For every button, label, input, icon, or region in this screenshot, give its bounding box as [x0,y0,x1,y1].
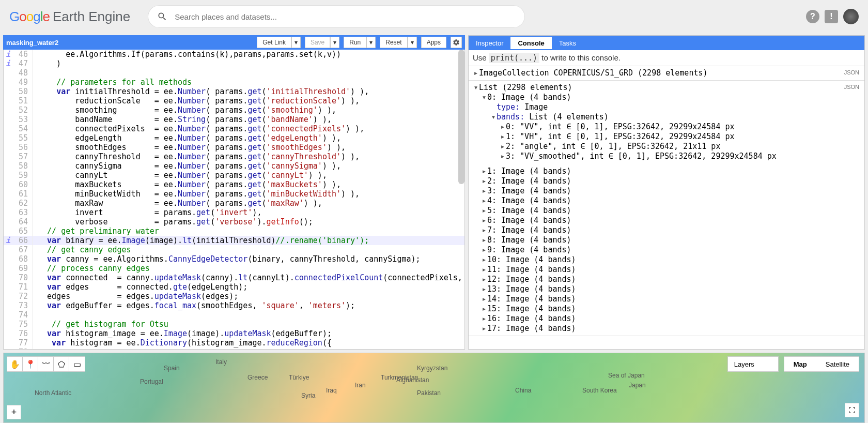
tree-image-6[interactable]: ▸6: Image (4 bands) [472,216,861,225]
marker-tool-icon[interactable]: 📍 [23,357,38,371]
code-line[interactable]: 52 smoothing = ee.Number( params.get('sm… [4,105,464,115]
avatar[interactable] [843,9,859,24]
tab-console[interactable]: Console [510,37,551,49]
console-pane: Inspector Console Tasks Use print(...) t… [468,35,865,350]
code-line[interactable]: 54 connectedPixels = ee.Number( params.g… [4,124,464,133]
tree-band-3[interactable]: ▸3: "VV_smoothed", int ∈ [0, 1], EPSG:32… [472,152,861,161]
tree-band-0[interactable]: ▸0: "VV", int ∈ [0, 1], EPSG:32642, 2929… [472,122,861,132]
tree-image-0-bands[interactable]: ▾bands: List (4 elements) [472,112,861,122]
scrollbar-thumb[interactable] [458,50,464,184]
code-line[interactable]: 53 bandName = ee.String( params.get('ban… [4,115,464,124]
code-line[interactable]: 64 verbose = params.get('verbose').getIn… [4,217,464,226]
tree-image-3[interactable]: ▸3: Image (4 bands) [472,186,861,196]
code-line[interactable]: i66 var binary = ee.Image(image).lt(init… [4,236,464,245]
code-line[interactable]: 68 var canny = ee.Algorithms.CannyEdgeDe… [4,254,464,264]
header-right: ? ! [806,9,859,24]
settings-button[interactable] [451,37,462,48]
tab-inspector[interactable]: Inspector [469,37,510,49]
code-line[interactable]: 71 var edges = connected.gte(edgeLength)… [4,282,464,292]
code-line[interactable]: 63 invert = params.get('invert'), [4,208,464,217]
get-link-button[interactable]: Get Link [257,37,291,48]
map-type-map[interactable]: Map [784,357,816,371]
code-editor[interactable]: i46 ee.Algorithms.If(params.contains(k),… [3,50,465,350]
code-line[interactable]: 62 maxRaw = ee.Number( params.get('maxRa… [4,199,464,208]
map-type-satellite[interactable]: Satellite [816,357,859,371]
code-line[interactable]: 75 // get histogram for Otsu [4,320,464,329]
code-line[interactable]: 73 var edgeBuffer = edges.focal_max(smoo… [4,301,464,310]
tree-band-1[interactable]: ▸1: "VH", int ∈ [0, 1], EPSG:32642, 2929… [472,132,861,142]
get-link-menu[interactable]: ▾ [291,37,301,48]
pan-tool-icon[interactable]: ✋ [7,357,23,371]
help-icon[interactable]: ? [806,10,819,23]
code-line[interactable]: 61 minBucketWidth = ee.Number( params.ge… [4,189,464,199]
tree-image-9[interactable]: ▸9: Image (4 bands) [472,245,861,255]
tree-image-13[interactable]: ▸13: Image (4 bands) [472,284,861,294]
code-line[interactable]: 58 cannySigma = ee.Number( params.get('c… [4,161,464,171]
code-line[interactable]: i47 ) [4,59,464,68]
json-link[interactable]: JSON [844,69,859,75]
polygon-tool-icon[interactable]: ⬠ [54,357,69,371]
code-line[interactable]: 59 cannyLt = ee.Number( params.get('cann… [4,171,464,180]
editor-toolbar: masking_water2 Get Link ▾ Save ▾ Run ▾ R… [3,35,465,50]
code-line[interactable]: 49 // parameters for all methods [4,78,464,87]
code-line[interactable]: 56 smoothEdges = ee.Number( params.get('… [4,143,464,152]
tree-image-17[interactable]: ▸17: Image (4 bands) [472,324,861,334]
code-line[interactable]: 74 [4,310,464,320]
run-menu[interactable]: ▾ [366,37,376,48]
console-entry-list[interactable]: JSON ▾List (2298 elements)▾0: Image (4 b… [469,81,864,336]
fullscreen-button[interactable] [845,403,859,417]
tree-list-header[interactable]: ▾List (2298 elements) [472,83,861,93]
save-button[interactable]: Save [305,37,330,48]
tree-image-4[interactable]: ▸4: Image (4 bands) [472,196,861,206]
code-line[interactable]: 48 [4,68,464,78]
code-line[interactable]: 67 // get canny edges [4,245,464,254]
tree-image-2[interactable]: ▸2: Image (4 bands) [472,176,861,186]
tree-image-0[interactable]: ▾0: Image (4 bands) [472,93,861,102]
tree-band-2[interactable]: ▸2: "angle", int ∈ [0, 1], EPSG:32642, 2… [472,142,861,152]
console-body[interactable]: Use print(...) to write to this console.… [469,50,864,349]
reset-button[interactable]: Reset [380,37,407,48]
tree-image-1[interactable]: ▸1: Image (4 bands) [472,167,861,176]
rectangle-tool-icon[interactable]: ▭ [69,357,85,371]
tab-tasks[interactable]: Tasks [552,37,583,49]
map[interactable]: ✋ 📍 〰 ⬠ ▭ + Layers Map Satellite SpainPo… [3,353,865,423]
map-label: Syria [301,392,315,399]
code-line[interactable]: 78 [4,348,464,350]
tree-image-11[interactable]: ▸11: Image (4 bands) [472,265,861,275]
searchbar[interactable] [148,5,525,28]
console-entry-imagecollection[interactable]: JSON ▸ImageCollection COPERNICUS/S1_GRD … [469,66,864,81]
tree-image-8[interactable]: ▸8: Image (4 bands) [472,235,861,245]
line-tool-icon[interactable]: 〰 [38,357,54,371]
tree-image-15[interactable]: ▸15: Image (4 bands) [472,304,861,314]
tree-image-5[interactable]: ▸5: Image (4 bands) [472,206,861,216]
code-line[interactable]: 50 var initialThreshold = ee.Number( par… [4,87,464,96]
code-line[interactable]: 70 var connected = canny.updateMask(cann… [4,273,464,282]
code-line[interactable]: 69 // process canny edges [4,264,464,273]
json-link[interactable]: JSON [844,84,859,90]
code-line[interactable]: 72 edges = edges.updateMask(edges); [4,292,464,301]
zoom-in-button[interactable]: + [7,405,21,419]
tree-image-14[interactable]: ▸14: Image (4 bands) [472,294,861,304]
tree-image-16[interactable]: ▸16: Image (4 bands) [472,314,861,324]
apps-button[interactable]: Apps [421,37,446,48]
code-line[interactable]: 76 var histogram_image = ee.Image(image)… [4,329,464,338]
layers-control[interactable]: Layers [727,356,779,372]
code-line[interactable]: 60 maxBuckets = ee.Number( params.get('m… [4,180,464,189]
run-button[interactable]: Run [344,37,366,48]
code-line[interactable]: 51 reductionScale = ee.Number( params.ge… [4,96,464,105]
feedback-icon[interactable]: ! [825,10,838,23]
reset-menu[interactable]: ▾ [408,37,417,48]
save-menu[interactable]: ▾ [330,37,339,48]
code-line[interactable]: 65 // get preliminary water [4,226,464,236]
tree-image-0-type[interactable]: type: Image [472,102,861,112]
header: Google Earth Engine ? ! [0,0,868,33]
logo[interactable]: Google Earth Engine [9,9,130,25]
search-input[interactable] [175,12,516,21]
code-line[interactable]: i46 ee.Algorithms.If(params.contains(k),… [4,50,464,59]
code-line[interactable]: 57 cannyThreshold = ee.Number( params.ge… [4,152,464,161]
tree-image-7[interactable]: ▸7: Image (4 bands) [472,225,861,235]
code-line[interactable]: 55 edgeLength = ee.Number( params.get('e… [4,133,464,143]
tree-image-10[interactable]: ▸10: Image (4 bands) [472,255,861,265]
tree-image-12[interactable]: ▸12: Image (4 bands) [472,275,861,284]
code-line[interactable]: 77 var histogram = ee.Dictionary(histogr… [4,338,464,348]
